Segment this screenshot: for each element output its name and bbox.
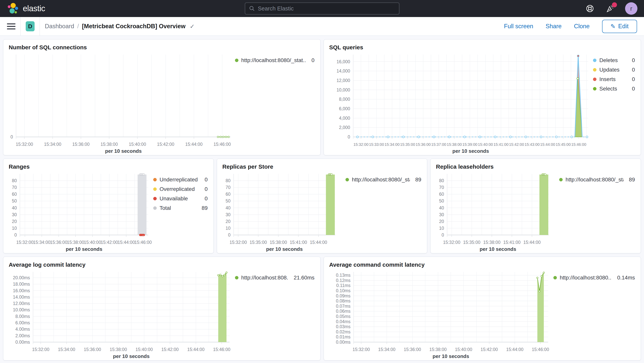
legend-label: Underreplicated: [160, 177, 198, 183]
svg-text:15:42:00: 15:42:00: [161, 347, 179, 352]
svg-text:15:40:00: 15:40:00: [84, 240, 101, 245]
legend-item[interactable]: http://localhost:8080/_stat...0: [235, 57, 314, 64]
page-title[interactable]: [Metricbeat CockroachDB] Overview: [82, 23, 186, 30]
full-screen-button[interactable]: Full screen: [504, 23, 533, 30]
chart-legend: http://localhost:8080...0.14ms: [552, 268, 641, 360]
avg-log-commit-latency-plot[interactable]: 0.00ms2.00ms4.00ms6.00ms8.00ms10.00ms12.…: [3, 268, 234, 360]
search-input[interactable]: [258, 6, 395, 12]
menu-button[interactable]: [7, 23, 16, 30]
avatar[interactable]: r: [625, 2, 638, 15]
legend-swatch-icon: [153, 197, 157, 200]
legend-value: 0.14ms: [612, 275, 635, 281]
svg-text:15:38:00: 15:38:00: [100, 142, 118, 147]
svg-text:0: 0: [228, 232, 230, 237]
svg-text:0.10ms: 0.10ms: [336, 288, 350, 293]
edit-button[interactable]: ✎ Edit: [602, 20, 637, 33]
svg-text:12.00ms: 12.00ms: [13, 301, 30, 306]
legend-swatch-icon: [593, 59, 596, 62]
legend-value: 89: [410, 177, 421, 183]
panel-title: Replica leaseholders: [430, 159, 641, 170]
clone-button[interactable]: Clone: [574, 23, 590, 30]
legend-item[interactable]: Updates0: [593, 67, 635, 73]
legend-value: 21.60ms: [288, 275, 314, 281]
svg-text:15:44:00: 15:44:00: [118, 240, 135, 245]
check-icon[interactable]: ✓: [190, 23, 194, 30]
legend-label: Deletes: [599, 57, 618, 64]
legend-item[interactable]: http://localhost:8080/_sta...89: [346, 177, 421, 183]
svg-text:15:36:00: 15:36:00: [416, 142, 431, 147]
panel-title: Average log commit latency: [3, 257, 320, 268]
legend-swatch-icon: [235, 276, 238, 279]
svg-text:50: 50: [439, 198, 444, 203]
svg-text:10.00ms: 10.00ms: [13, 307, 30, 312]
replicas-per-store-plot[interactable]: 0102030405060708015:32:0015:35:0015:38:0…: [217, 170, 344, 253]
legend-item[interactable]: http://localhost:8080...0.14ms: [554, 275, 635, 281]
ranges-plot[interactable]: 0102030405060708015:32:0015:34:0015:36:0…: [3, 170, 152, 253]
svg-text:15:38:00: 15:38:00: [429, 347, 447, 352]
legend-value: 0: [626, 86, 635, 92]
svg-text:50: 50: [226, 198, 230, 203]
svg-text:8,000: 8,000: [339, 97, 350, 102]
panel-replica-leaseholders: Replica leaseholders 0102030405060708015…: [430, 159, 641, 253]
divider: [20, 17, 21, 36]
legend-item[interactable]: http://localhost:8080/_sta...89: [559, 177, 635, 183]
legend-item[interactable]: Total89: [153, 205, 208, 211]
app-header: elastic: [0, 0, 644, 17]
panel-average-log-commit-latency: Average log commit latency 0.00ms2.00ms4…: [3, 257, 320, 360]
avg-command-commit-latency-plot[interactable]: 0.00ms0.01ms0.02ms0.03ms0.04ms0.05ms0.06…: [324, 268, 552, 360]
legend-item[interactable]: Selects0: [593, 86, 635, 92]
share-button[interactable]: Share: [546, 23, 562, 30]
svg-text:12,000: 12,000: [336, 78, 350, 83]
legend-label: Unavailable: [160, 196, 188, 202]
svg-text:10: 10: [12, 226, 17, 231]
svg-text:15:35:00: 15:35:00: [250, 240, 267, 245]
svg-text:15:46:00: 15:46:00: [214, 142, 231, 147]
svg-text:0.00ms: 0.00ms: [16, 339, 30, 345]
global-search[interactable]: [245, 3, 400, 15]
legend-item[interactable]: Deletes0: [593, 57, 635, 64]
chart-legend: http://localhost:808...21.60ms: [234, 268, 320, 360]
svg-text:15:38:00: 15:38:00: [110, 347, 127, 352]
legend-item[interactable]: Underreplicated0: [153, 177, 208, 183]
dashboard-badge[interactable]: D: [26, 21, 34, 31]
svg-text:15:34:00: 15:34:00: [378, 347, 396, 352]
panel-number-of-sql-connections: Number of SQL connections 015:32:0015:34…: [3, 39, 320, 155]
legend-item[interactable]: Inserts0: [593, 76, 635, 82]
svg-text:15:34:00: 15:34:00: [44, 142, 62, 147]
svg-text:15:38:00: 15:38:00: [447, 142, 462, 147]
search-icon: [249, 6, 255, 12]
legend-label: Updates: [599, 67, 620, 73]
panel-title: Ranges: [3, 159, 214, 170]
legend-item[interactable]: http://localhost:808...21.60ms: [235, 275, 314, 281]
replica-leaseholders-plot[interactable]: 0102030405060708015:32:0015:35:0015:38:0…: [430, 170, 558, 253]
legend-swatch-icon: [153, 206, 157, 210]
legend-value: 0: [306, 57, 314, 64]
svg-text:10: 10: [439, 226, 444, 231]
legend-swatch-icon: [153, 187, 157, 191]
legend-value: 0: [626, 76, 635, 82]
svg-text:60: 60: [226, 192, 230, 197]
help-button[interactable]: [585, 4, 595, 14]
svg-text:0.00ms: 0.00ms: [336, 339, 350, 345]
breadcrumb-dashboard[interactable]: Dashboard: [45, 23, 74, 30]
legend-item[interactable]: Overreplicated0: [153, 186, 208, 192]
panel-title: Replicas per Store: [217, 159, 427, 170]
svg-text:15:32:00: 15:32:00: [32, 347, 50, 352]
svg-text:2,000: 2,000: [339, 125, 350, 130]
elastic-logo-icon: [6, 2, 19, 15]
sql-queries-plot[interactable]: 02,0004,0006,0008,00010,00012,00014,0001…: [324, 51, 592, 155]
sql-connections-plot[interactable]: 015:32:0015:34:0015:36:0015:38:0015:40:0…: [3, 51, 234, 155]
whats-new-button[interactable]: [605, 4, 615, 14]
elastic-logo[interactable]: elastic: [6, 2, 45, 15]
svg-text:per 10 seconds: per 10 seconds: [66, 246, 102, 252]
svg-text:15:32:00: 15:32:00: [443, 240, 460, 245]
legend-swatch-icon: [593, 87, 596, 91]
legend-item[interactable]: Unavailable0: [153, 196, 208, 202]
svg-text:15:40:00: 15:40:00: [129, 142, 146, 147]
svg-text:15:44:00: 15:44:00: [187, 347, 204, 352]
svg-text:0.01ms: 0.01ms: [336, 334, 350, 339]
svg-text:20.00ms: 20.00ms: [13, 275, 30, 280]
svg-text:15:36:00: 15:36:00: [50, 240, 68, 245]
svg-text:30: 30: [439, 212, 444, 217]
chart-legend: http://localhost:8080/_stat...0: [234, 51, 320, 155]
